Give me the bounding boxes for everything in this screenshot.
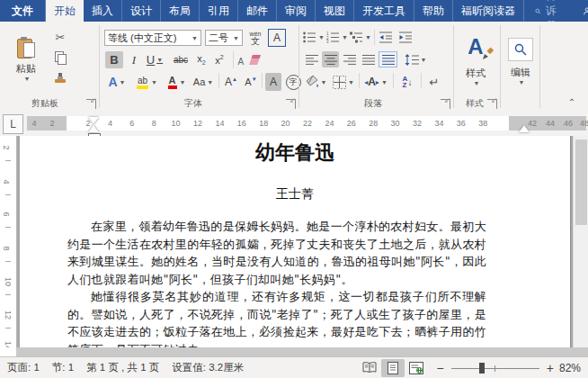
increase-indent-button[interactable] xyxy=(397,30,414,45)
status-page-info[interactable]: 第 1 页 , 共 1 页 xyxy=(86,361,159,374)
scrollbar-thumb[interactable] xyxy=(575,140,587,225)
highlight-icon: ab xyxy=(136,75,149,89)
document-page[interactable]: 幼年鲁迅 王士菁 在家里，领着幼年鲁迅的是保姆长妈妈。她是一个淳朴的农村妇女。最… xyxy=(20,136,570,347)
borders-button[interactable]: ▼ xyxy=(331,73,356,91)
vertical-scrollbar[interactable] xyxy=(573,136,588,347)
clipboard-group-label: 剪贴板 xyxy=(9,97,81,110)
horizontal-ruler[interactable]: 4224681012141618202224262830323436384244… xyxy=(27,116,586,130)
tab-view[interactable]: 视图 xyxy=(316,0,354,22)
underline-button[interactable]: U▼ xyxy=(143,51,166,68)
decrease-indent-button[interactable] xyxy=(378,30,395,45)
document-area: 幼年鲁迅 王士菁 在家里，领着幼年鲁迅的是保姆长妈妈。她是一个淳朴的农村妇女。最… xyxy=(0,136,588,347)
shading-bucket-icon xyxy=(305,76,319,89)
character-shading-button[interactable]: A xyxy=(265,73,281,91)
copy-icon xyxy=(55,51,67,64)
shrink-font-button[interactable]: A▼ xyxy=(242,73,260,91)
tab-review[interactable]: 审阅 xyxy=(277,0,316,22)
print-layout-button[interactable] xyxy=(381,359,405,377)
tab-developer[interactable]: 开发工具 xyxy=(354,0,414,22)
document-title: 幼年鲁迅 xyxy=(20,140,570,166)
zoom-out-button[interactable]: − xyxy=(437,361,444,375)
zoom-slider-thumb[interactable] xyxy=(479,363,485,374)
tell-me-box[interactable]: 告诉我 xyxy=(524,0,573,22)
web-layout-button[interactable] xyxy=(405,359,428,377)
chevron-down-icon: ▼ xyxy=(180,79,186,86)
zoom-in-button[interactable]: + xyxy=(547,361,554,375)
status-page-number[interactable]: 页面: 1 xyxy=(7,361,40,374)
bold-button[interactable]: B xyxy=(105,51,123,68)
font-size-combo[interactable]: 二号▼ xyxy=(205,30,243,46)
font-color-button[interactable]: A▼ xyxy=(164,73,189,91)
subscript-button[interactable]: x2 xyxy=(193,51,209,68)
distributed-button[interactable] xyxy=(379,51,397,68)
bullets-button[interactable]: ▼ xyxy=(303,30,325,45)
grow-font-icon: A▲ xyxy=(225,76,237,88)
share-button[interactable]: 共享 xyxy=(573,0,588,22)
numbering-icon: 123 xyxy=(326,32,340,43)
justify-button[interactable] xyxy=(360,51,377,68)
strikethrough-icon: abc xyxy=(174,55,188,65)
styles-dialog-launcher-icon[interactable] xyxy=(487,99,497,109)
superscript-button[interactable]: x2 xyxy=(211,51,227,68)
tab-mailings[interactable]: 邮件 xyxy=(238,0,277,22)
tab-design[interactable]: 设计 xyxy=(122,0,161,22)
italic-button[interactable]: I xyxy=(127,51,141,68)
align-right-button[interactable] xyxy=(341,51,358,68)
paste-button[interactable]: 粘贴 ▼ xyxy=(6,28,46,91)
highlight-color-button[interactable]: ab▼ xyxy=(133,73,160,91)
ruler-number: 26 xyxy=(347,119,356,128)
text-effects-icon: A xyxy=(108,75,117,89)
enclose-characters-button[interactable]: 字 xyxy=(284,73,302,91)
align-center-icon xyxy=(325,54,337,66)
zoom-slider[interactable] xyxy=(451,362,539,374)
line-spacing-button[interactable]: ▼ xyxy=(403,51,428,68)
superscript-icon: x2 xyxy=(215,54,223,66)
strikethrough-button[interactable]: abc xyxy=(170,51,192,68)
tab-help[interactable]: 帮助 xyxy=(414,0,453,22)
tab-home[interactable]: 开始 xyxy=(46,0,84,22)
align-center-button[interactable] xyxy=(322,51,339,68)
character-scaling-button[interactable]: ◂A▸▼ xyxy=(362,73,389,91)
svg-text:3: 3 xyxy=(326,40,329,43)
tab-selector[interactable]: L xyxy=(3,114,23,134)
grow-font-button[interactable]: A▲ xyxy=(222,73,240,91)
copy-button[interactable] xyxy=(51,50,69,65)
cut-button[interactable]: ✂ xyxy=(51,30,69,44)
phonetic-guide-button[interactable]: wén 文 xyxy=(246,28,264,48)
horizontal-scroll-area[interactable] xyxy=(16,347,588,356)
numbering-button[interactable]: 123▼ xyxy=(326,30,348,45)
tab-layout[interactable]: 布局 xyxy=(161,0,200,22)
italic-icon: I xyxy=(132,53,136,68)
font-dialog-launcher-icon[interactable] xyxy=(286,99,296,109)
chevron-up-icon: ⌃ xyxy=(568,97,575,107)
show-hide-marks-button[interactable]: ↵ xyxy=(424,73,444,91)
tab-references[interactable]: 引用 xyxy=(200,0,238,22)
vertical-ruler[interactable]: 2468101214 xyxy=(0,136,17,347)
sort-button[interactable]: AZ↓ xyxy=(396,73,418,91)
collapse-ribbon-button[interactable]: ⌃ xyxy=(565,95,579,108)
tab-foxit[interactable]: 福昕阅读器 xyxy=(453,0,524,22)
change-case-button[interactable]: Aa▼ xyxy=(191,73,216,91)
status-section[interactable]: 节: 1 xyxy=(52,361,74,374)
format-painter-button[interactable] xyxy=(51,71,69,86)
editing-button[interactable]: 编辑 ▼ xyxy=(505,30,536,93)
styles-button[interactable]: A 样式 ▼ xyxy=(457,28,494,93)
line-spacing-icon xyxy=(405,54,419,66)
zoom-level[interactable]: 82% xyxy=(559,362,581,374)
character-border-button[interactable]: A xyxy=(268,29,286,47)
ruler-number: 22 xyxy=(303,119,312,128)
clear-formatting-button[interactable]: A xyxy=(237,51,261,68)
multilevel-list-button[interactable]: ▼ xyxy=(350,30,371,45)
clipboard-dialog-launcher-icon[interactable] xyxy=(86,99,96,109)
text-effects-button[interactable]: A▼ xyxy=(104,73,129,91)
read-mode-button[interactable] xyxy=(358,359,381,377)
tab-file[interactable]: 文件 xyxy=(0,0,46,22)
align-right-icon xyxy=(343,54,356,66)
tab-insert[interactable]: 插入 xyxy=(84,0,122,22)
ruler-tick xyxy=(5,160,11,161)
ruler-number: 8 xyxy=(152,119,156,128)
status-setting-value[interactable]: 设置值: 3.2厘米 xyxy=(172,361,244,374)
align-left-button[interactable] xyxy=(303,51,320,68)
shading-button[interactable]: ▼ xyxy=(303,73,328,91)
font-name-combo[interactable]: 等线 (中文正文)▼ xyxy=(104,30,201,46)
